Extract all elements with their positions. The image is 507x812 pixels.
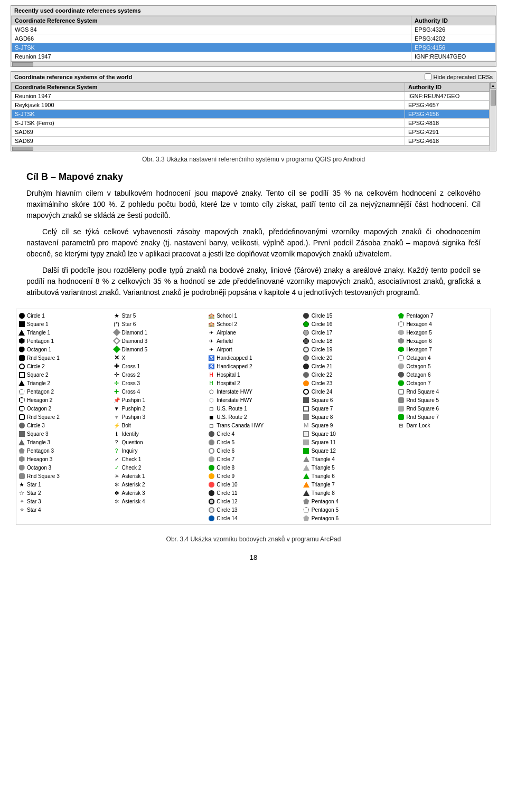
- symbol-name: Octagon 4: [406, 355, 430, 361]
- vscroll-thumb[interactable]: [491, 90, 496, 106]
- symbol-icon-hospital1: H: [208, 372, 215, 378]
- symbol-column-3: Circle 15Circle 16Circle 17Circle 18Circ…: [301, 311, 396, 522]
- symbol-icon-octagon-outline: [18, 406, 25, 412]
- symbol-row: ✧Star 4: [16, 505, 111, 514]
- symbol-icon-star6: (*): [113, 321, 120, 327]
- symbol-name: Hexagon 7: [406, 347, 431, 352]
- recent-hscrollbar[interactable]: [11, 61, 496, 66]
- world-crs-section: Coordinate reference systems of the worl…: [11, 71, 496, 151]
- symbol-name: Circle 21: [312, 364, 332, 369]
- world-table-row[interactable]: S-JTSKEPSG:4156: [12, 110, 490, 119]
- symbol-row: ✽Asterisk 3: [111, 489, 206, 497]
- symbol-icon-square6: [303, 397, 310, 403]
- recent-table-row[interactable]: WGS 84EPSG:4326: [12, 25, 496, 34]
- symbol-icon-square11: [303, 440, 310, 445]
- crs-name: Reunion 1947: [12, 92, 405, 101]
- vscroll-up-btn[interactable]: ▲: [490, 82, 496, 89]
- symbol-row: Diamond 1: [111, 328, 206, 337]
- world-table-row[interactable]: Reykjavik 1900EPSG:4657: [12, 101, 490, 110]
- symbol-row: Rnd Square 6: [396, 404, 491, 413]
- main-content: Cíl B – Mapové znaky Druhým hlavním cíle…: [11, 171, 496, 298]
- symbol-name: Diamond 3: [122, 338, 147, 344]
- symbol-name: Pentagon 6: [312, 515, 339, 521]
- symbol-icon-asterisk1: ✳: [113, 473, 120, 479]
- symbol-column-1: ★Star 5(*)Star 6Diamond 1Diamond 3Diamon…: [111, 311, 206, 522]
- symbol-row: Square 7: [301, 404, 396, 413]
- crs-col-header: Coordinate Reference System: [12, 16, 411, 25]
- recent-table-row[interactable]: Reunion 1947IGNF:REUN47GEO: [12, 52, 496, 61]
- symbol-icon-star2: ☆: [18, 490, 25, 496]
- world-table-row[interactable]: SAD69EPSG:4618: [12, 137, 490, 146]
- symbol-icon-circle7: [208, 456, 215, 462]
- symbol-icon-circle-outline: [18, 364, 25, 369]
- world-vscrollbar[interactable]: ▲: [490, 82, 496, 151]
- symbol-icon-square-outline: [18, 372, 25, 378]
- symbol-name: Rnd Square 1: [27, 355, 60, 361]
- world-table-row[interactable]: Reunion 1947IGNF:REUN47GEO: [12, 92, 490, 101]
- symbol-name: Triangle 1: [27, 330, 50, 336]
- recent-table-row[interactable]: S-JTSKEPSG:4156: [12, 43, 496, 52]
- hide-deprecated-checkbox[interactable]: [425, 73, 431, 80]
- symbol-name: Asterisk 3: [122, 490, 145, 496]
- symbol-name: Pentagon 3: [27, 448, 54, 454]
- symbol-icon-triangle3: [18, 440, 25, 445]
- symbol-icon-triangle4: [303, 456, 310, 462]
- symbol-name: Circle 1: [27, 313, 45, 319]
- caption-1: Obr. 3.3 Ukázka nastavení referenčního s…: [11, 156, 496, 163]
- symbol-row: Triangle 8: [301, 489, 396, 497]
- symbol-icon-rndsquare5: [397, 397, 405, 403]
- symbol-icon-cross4: ✚: [113, 388, 120, 395]
- authority-id: EPSG:4818: [405, 119, 490, 128]
- symbol-name: Pushpin 2: [122, 406, 145, 412]
- symbol-row: Triangle 7: [301, 480, 396, 489]
- symbol-row: ✳Asterisk 1: [111, 472, 206, 480]
- symbol-row: Octagon 1: [16, 345, 111, 354]
- symbol-icon-octagon3: [18, 465, 25, 471]
- symbol-icon-circle18: [303, 338, 310, 344]
- world-hscrollbar[interactable]: [11, 146, 490, 151]
- symbol-row: Circle 17: [301, 328, 396, 337]
- symbol-row: ✲Asterisk 4: [111, 497, 206, 505]
- symbol-row: Pentagon 3: [16, 446, 111, 455]
- symbol-icon-square-black: [18, 321, 25, 327]
- symbol-row: ?Inquiry: [111, 446, 206, 455]
- symbol-name: Star 2: [27, 490, 41, 496]
- world-table-row[interactable]: SAD69EPSG:4291: [12, 128, 490, 137]
- symbol-name: Airport: [217, 347, 232, 352]
- authority-col-header: Authority ID: [411, 16, 496, 25]
- symbol-icon-rndsquare3: [18, 473, 25, 479]
- symbol-icon-pushpin2: ▼: [113, 406, 120, 412]
- symbol-row: ◼U.S. Route 2: [206, 413, 301, 421]
- symbol-row: ✚Cross 1: [111, 362, 206, 370]
- world-table-row[interactable]: S-JTSK (Ferro)EPSG:4818: [12, 119, 490, 128]
- symbol-icon-diamond3: [113, 338, 120, 343]
- symbol-name: Hospital 2: [217, 380, 240, 386]
- symbol-name: Square 3: [27, 431, 49, 437]
- recent-table-row[interactable]: AGD66EPSG:4202: [12, 34, 496, 43]
- symbol-name: Octagon 1: [27, 347, 51, 352]
- paragraph-2: Celý cíl se týká celkové vybavenosti zás…: [26, 226, 481, 260]
- symbol-row: Octagon 2: [16, 404, 111, 413]
- symbol-name: Interstate HWY: [217, 397, 252, 403]
- symbol-row: Rnd Square 1: [16, 354, 111, 362]
- symbol-name: Octagon 3: [27, 465, 51, 471]
- world-table-container: Coordinate Reference System Authority ID…: [11, 82, 496, 151]
- hide-deprecated-label[interactable]: Hide deprecated CRSs: [425, 73, 493, 80]
- symbol-name: Hexagon 4: [406, 321, 431, 327]
- symbol-icon-airport: ✈: [208, 347, 215, 352]
- symbol-row: Circle 23: [301, 379, 396, 387]
- symbol-icon-pentagon5: [303, 507, 310, 513]
- symbol-row: ✛Cross 3: [111, 379, 206, 387]
- symbol-icon-circle8: [208, 465, 215, 471]
- world-hscroll-thumb[interactable]: [12, 147, 33, 151]
- symbol-table-container: Circle 1Square 1Triangle 1Pentagon 1Octa…: [11, 309, 496, 525]
- symbol-row: ★Star 1: [16, 480, 111, 489]
- symbol-name: Circle 24: [312, 389, 332, 395]
- symbol-name: Diamond 5: [122, 347, 147, 352]
- crs-name: S-JTSK (Ferro): [12, 119, 405, 128]
- symbol-name: Square 6: [312, 397, 333, 403]
- symbol-column-0: Circle 1Square 1Triangle 1Pentagon 1Octa…: [16, 311, 111, 522]
- symbol-row: ✈Airplane: [206, 328, 301, 337]
- recent-hscroll-thumb[interactable]: [12, 62, 33, 66]
- symbol-row: Circle 6: [206, 446, 301, 455]
